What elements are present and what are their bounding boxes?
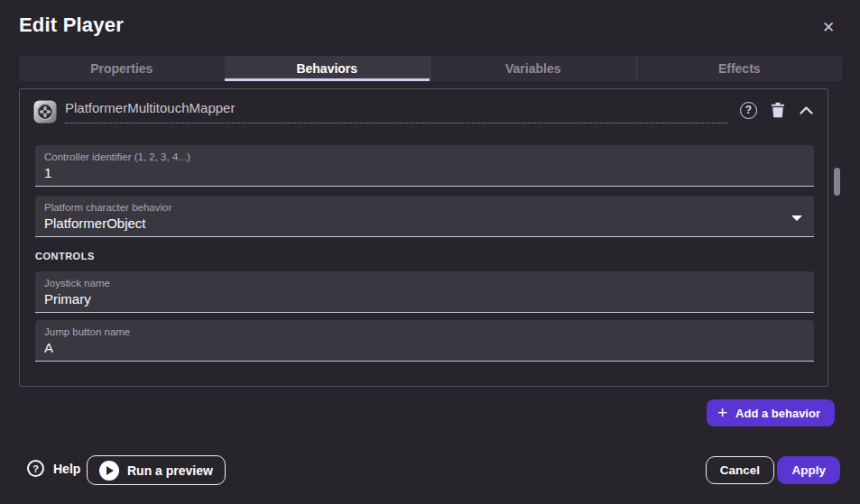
tab-variables[interactable]: Variables bbox=[430, 56, 636, 81]
field-value: Primary bbox=[44, 291, 805, 307]
platform-character-behavior-select[interactable]: Platform character behavior PlatformerOb… bbox=[35, 196, 814, 237]
help-icon[interactable]: ? bbox=[740, 102, 757, 119]
question-glyph: ? bbox=[740, 102, 757, 119]
field-label: Platform character behavior bbox=[44, 202, 805, 213]
add-behavior-button[interactable]: + Add a behavior bbox=[707, 399, 835, 426]
behavior-name-field[interactable]: PlatformerMultitouchMapper bbox=[65, 100, 727, 124]
controls-section-title: CONTROLS bbox=[35, 251, 814, 261]
field-label: Controller identifier (1, 2, 3, 4...) bbox=[44, 151, 805, 162]
apply-button[interactable]: Apply bbox=[777, 456, 840, 484]
behavior-header: PlatformerMultitouchMapper ? bbox=[33, 100, 814, 124]
tab-effects[interactable]: Effects bbox=[636, 56, 843, 81]
jump-button-name-field[interactable]: Jump button name A bbox=[35, 320, 814, 362]
add-behavior-label: Add a behavior bbox=[735, 407, 820, 420]
help-label: Help bbox=[53, 462, 80, 476]
behavior-gamepad-icon bbox=[33, 100, 57, 124]
joystick-name-field[interactable]: Joystick name Primary bbox=[35, 271, 814, 313]
behavior-name: PlatformerMultitouchMapper bbox=[65, 100, 235, 115]
tab-properties[interactable]: Properties bbox=[19, 56, 225, 81]
behavior-panel: PlatformerMultitouchMapper ? bbox=[19, 88, 828, 387]
close-icon[interactable]: ✕ bbox=[818, 16, 839, 38]
field-label: Jump button name bbox=[44, 326, 805, 337]
field-value: A bbox=[44, 340, 805, 355]
edit-object-dialog: Edit Player ✕ Properties Behaviors Varia… bbox=[0, 0, 860, 504]
tab-behaviors[interactable]: Behaviors bbox=[225, 56, 430, 81]
field-value: 1 bbox=[44, 165, 805, 180]
trash-icon[interactable] bbox=[771, 102, 785, 118]
scrollbar-thumb[interactable] bbox=[834, 168, 840, 196]
behavior-header-actions: ? bbox=[740, 102, 814, 123]
run-preview-button[interactable]: Run a preview bbox=[87, 455, 226, 485]
page-title: Edit Player bbox=[19, 14, 124, 37]
field-value: PlatformerObject bbox=[44, 215, 805, 231]
caret-down-icon bbox=[791, 215, 802, 221]
plus-icon: + bbox=[717, 404, 727, 421]
question-icon: ? bbox=[27, 460, 44, 477]
run-preview-label: Run a preview bbox=[127, 463, 213, 478]
controller-identifier-field[interactable]: Controller identifier (1, 2, 3, 4...) 1 bbox=[35, 145, 814, 187]
chevron-up-icon[interactable] bbox=[799, 105, 814, 115]
help-button[interactable]: ? Help bbox=[27, 460, 80, 477]
cancel-button[interactable]: Cancel bbox=[706, 456, 774, 484]
field-label: Joystick name bbox=[44, 278, 805, 289]
tab-bar: Properties Behaviors Variables Effects bbox=[19, 56, 842, 81]
play-icon bbox=[99, 461, 119, 481]
